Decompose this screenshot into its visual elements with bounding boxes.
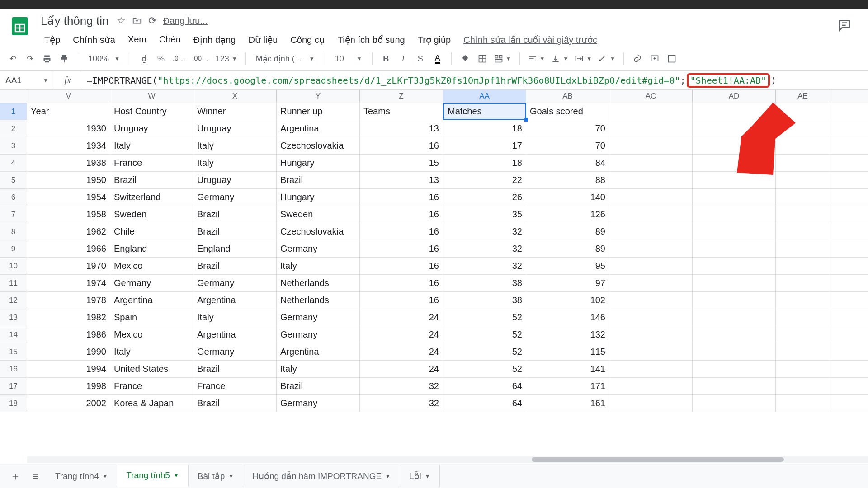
col-header-AA[interactable]: AA [443,90,526,103]
move-folder-icon[interactable] [132,16,142,26]
font-select[interactable]: Mặc định (...▼ [251,51,319,67]
cell[interactable]: Germany [193,275,277,291]
cell[interactable] [609,240,693,257]
bold-button[interactable]: B [378,51,394,67]
text-color-button[interactable]: A [429,51,446,67]
halign-button[interactable]: ▼ [525,51,548,67]
cell[interactable] [776,240,830,257]
cell[interactable]: 84 [526,155,609,171]
cell[interactable] [693,189,776,206]
cell[interactable]: Hungary [277,155,360,171]
row-header[interactable]: 2 [0,120,27,137]
wrap-button[interactable]: ▼ [572,51,594,67]
comment-icon[interactable] [837,18,852,34]
cell[interactable]: 16 [360,206,443,223]
cell[interactable]: 102 [526,292,609,309]
row-header[interactable]: 13 [0,309,27,326]
col-header-AD[interactable]: AD [693,90,776,103]
percent-button[interactable]: % [153,51,169,67]
cell[interactable]: Teams [360,103,443,120]
cell[interactable]: 70 [526,137,609,154]
cell[interactable]: Korea & Japan [110,395,193,412]
rotate-button[interactable]: ▼ [595,51,618,67]
sheet-tab[interactable]: Lỗi▼ [400,465,440,487]
cell[interactable] [776,309,830,326]
cell[interactable]: France [193,378,277,394]
sheet-tab[interactable]: Trang tính5▼ [117,465,188,487]
cell[interactable]: Czechoslovakia [277,223,360,240]
row-header[interactable]: 9 [0,240,27,257]
cell[interactable] [609,103,693,120]
cell[interactable] [776,275,830,291]
cell[interactable]: Italy [193,309,277,326]
cell[interactable]: Italy [277,361,360,377]
cell[interactable]: Uruguay [110,120,193,137]
cell[interactable] [693,378,776,394]
italic-button[interactable]: I [395,51,411,67]
cell[interactable] [609,155,693,171]
cell[interactable]: Germany [193,189,277,206]
row-header[interactable]: 15 [0,343,27,360]
cell[interactable]: 64 [443,395,526,412]
borders-button[interactable] [474,51,491,67]
cell[interactable] [776,395,830,412]
sheet-tab[interactable]: Trang tính4▼ [46,465,117,487]
cell[interactable]: Argentina [110,292,193,309]
cell[interactable] [776,206,830,223]
cell[interactable]: Italy [110,343,193,360]
col-header-Y[interactable]: Y [277,90,360,103]
cell[interactable] [609,223,693,240]
cell[interactable] [609,361,693,377]
sheets-logo[interactable] [7,14,33,39]
cell[interactable]: Italy [277,258,360,274]
cell[interactable]: England [193,240,277,257]
cell[interactable]: 1966 [27,240,110,257]
cell[interactable]: Germany [193,343,277,360]
increase-decimal-button[interactable]: .00 → [189,51,212,67]
cell[interactable] [693,258,776,274]
cell[interactable] [776,189,830,206]
cell[interactable]: 126 [526,206,609,223]
cell[interactable]: Italy [193,155,277,171]
col-header-AC[interactable]: AC [609,90,693,103]
row-header[interactable]: 17 [0,378,27,394]
cell[interactable]: Brazil [193,258,277,274]
cell[interactable] [693,223,776,240]
strikethrough-button[interactable]: S [412,51,429,67]
formula-bar[interactable]: =IMPORTRANGE("https://docs.google.com/sp… [81,71,868,89]
cell[interactable] [776,343,830,360]
cell[interactable]: Argentina [193,326,277,343]
cell[interactable]: Germany [277,240,360,257]
cell[interactable]: Argentina [277,120,360,137]
cell[interactable]: 16 [360,137,443,154]
col-header-AE[interactable]: AE [776,90,830,103]
cell[interactable]: Netherlands [277,275,360,291]
cell[interactable]: Brazil [110,172,193,188]
doc-title[interactable]: Lấy thông tin [39,13,110,29]
col-header-AB[interactable]: AB [526,90,609,103]
cell[interactable]: 161 [526,395,609,412]
cell[interactable]: 1986 [27,326,110,343]
cell[interactable]: 1998 [27,378,110,394]
cell[interactable]: 140 [526,189,609,206]
cell[interactable]: Sweden [110,206,193,223]
cell[interactable]: 1950 [27,172,110,188]
cell[interactable] [609,137,693,154]
cell[interactable]: 1934 [27,137,110,154]
cell[interactable]: 141 [526,361,609,377]
row-header[interactable]: 4 [0,155,27,171]
cell[interactable]: 24 [360,343,443,360]
cell[interactable]: 13 [360,172,443,188]
menu-định dạng[interactable]: Định dạng [188,33,241,47]
cell[interactable]: 132 [526,326,609,343]
cell[interactable]: 32 [360,378,443,394]
row-header[interactable]: 1 [0,103,27,120]
cell[interactable]: 171 [526,378,609,394]
col-header-Z[interactable]: Z [360,90,443,103]
cell[interactable] [609,172,693,188]
cell[interactable]: 70 [526,120,609,137]
cell[interactable]: 52 [443,309,526,326]
cell[interactable]: 2002 [27,395,110,412]
cell[interactable] [609,120,693,137]
cell[interactable]: Germany [277,309,360,326]
